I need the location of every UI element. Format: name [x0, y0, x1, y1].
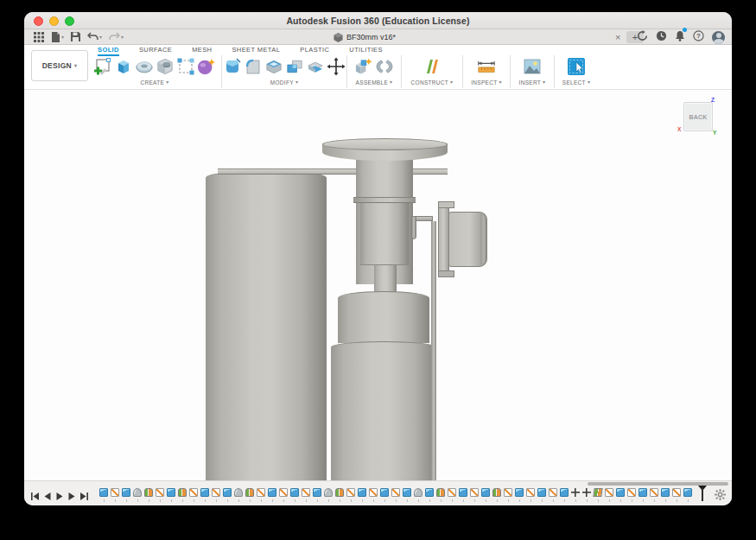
- timeline-feature-sketch[interactable]: [391, 488, 402, 502]
- timeline-feature-sketch[interactable]: [649, 488, 660, 502]
- timeline-feature-move[interactable]: [570, 488, 581, 502]
- timeline-playhead[interactable]: [697, 486, 708, 502]
- timeline-feature-extrude[interactable]: [458, 488, 469, 502]
- timeline-feature-extrude[interactable]: [98, 488, 110, 502]
- timeline-feature-extrude[interactable]: [514, 488, 525, 502]
- timeline-feature-sketch[interactable]: [626, 488, 638, 502]
- file-menu-icon[interactable]: ▾: [49, 30, 66, 44]
- timeline-feature-sketch[interactable]: [469, 488, 480, 502]
- timeline-feature-sketch[interactable]: [278, 488, 289, 502]
- save-icon[interactable]: [69, 30, 82, 44]
- timeline-feature-sketch[interactable]: [548, 488, 559, 502]
- timeline-feature-extrude[interactable]: [559, 488, 570, 502]
- timeline-feature-extrude[interactable]: [660, 488, 671, 502]
- group-construct-label[interactable]: CONSTRUCT▾: [411, 78, 454, 86]
- timeline-feature-extrude[interactable]: [480, 488, 492, 502]
- timeline-feature-extrude[interactable]: [222, 488, 233, 502]
- group-select-label[interactable]: SELECT▾: [562, 78, 590, 86]
- timeline-feature-extrude[interactable]: [638, 488, 649, 502]
- account-avatar[interactable]: [712, 31, 725, 44]
- timeline-feature-sketch[interactable]: [211, 488, 222, 502]
- timeline-feature-extrude[interactable]: [166, 488, 177, 502]
- timeline-feature-sketch[interactable]: [256, 488, 267, 502]
- timeline-feature-fillet[interactable]: [132, 488, 143, 502]
- app-grid-icon[interactable]: [32, 30, 46, 44]
- model-flange-top[interactable]: [322, 138, 448, 150]
- timeline-feature-sketch[interactable]: [188, 488, 200, 502]
- timeline-feature-sketch[interactable]: [301, 488, 312, 502]
- timeline-feature-extrude[interactable]: [121, 488, 132, 502]
- timeline-feature-fillet[interactable]: [413, 488, 424, 502]
- viewport-canvas[interactable]: BACK Z X Y: [24, 90, 732, 480]
- timeline-feature-sketch[interactable]: [447, 488, 458, 502]
- timeline-feature-sketch[interactable]: [671, 488, 683, 502]
- help-icon[interactable]: ?: [693, 29, 704, 45]
- joint-icon[interactable]: [375, 57, 394, 76]
- model-depth-stop-rod[interactable]: [431, 221, 436, 480]
- group-modify-label[interactable]: MODIFY▾: [270, 78, 298, 86]
- redo-icon[interactable]: ▾: [107, 30, 125, 44]
- timeline-feature-extrude[interactable]: [312, 488, 323, 502]
- timeline-feature-joint[interactable]: [143, 488, 155, 502]
- timeline-feature-extrude[interactable]: [402, 488, 413, 502]
- document-tab-close-icon[interactable]: ×: [615, 29, 620, 45]
- recent-data-icon[interactable]: [656, 29, 667, 45]
- press-pull-icon[interactable]: [223, 57, 242, 76]
- timeline-feature-sketch[interactable]: [604, 488, 615, 502]
- timeline-feature-joint[interactable]: [177, 488, 188, 502]
- timeline-feature-joint[interactable]: [492, 488, 503, 502]
- timeline-feature-sketch[interactable]: [368, 488, 379, 502]
- model-shaft[interactable]: [374, 265, 397, 294]
- fillet-icon[interactable]: [244, 57, 263, 76]
- extrude-icon[interactable]: [114, 57, 133, 76]
- timeline-feature-move[interactable]: [581, 488, 593, 502]
- new-component-icon[interactable]: [354, 57, 373, 76]
- go-to-end-button[interactable]: [80, 488, 88, 504]
- undo-icon[interactable]: ▾: [86, 30, 104, 44]
- timeline-feature-extrude[interactable]: [379, 488, 391, 502]
- measure-icon[interactable]: [477, 57, 496, 76]
- group-assemble-label[interactable]: ASSEMBLE▾: [356, 78, 393, 86]
- construction-plane-icon[interactable]: [422, 57, 442, 76]
- document-tab[interactable]: BF30mm v16*: [334, 29, 396, 45]
- view-cube-face-label[interactable]: BACK: [689, 114, 707, 120]
- timeline-feature-extrude[interactable]: [683, 488, 694, 502]
- group-insert-label[interactable]: INSERT▾: [519, 78, 546, 86]
- step-back-button[interactable]: [44, 488, 51, 504]
- select-icon[interactable]: [567, 57, 586, 76]
- timeline-feature-extrude[interactable]: [537, 488, 548, 502]
- timeline-feature-extrude[interactable]: [357, 488, 368, 502]
- play-button[interactable]: [56, 488, 63, 504]
- move-icon[interactable]: [327, 57, 346, 76]
- model-hook-leg[interactable]: [411, 216, 416, 239]
- group-inspect-label[interactable]: INSPECT▾: [471, 78, 502, 86]
- timeline-feature-plane[interactable]: [593, 488, 604, 502]
- workspace-selector[interactable]: DESIGN ▾: [31, 50, 88, 81]
- timeline-feature-extrude[interactable]: [267, 488, 278, 502]
- create-sketch-icon[interactable]: [93, 57, 112, 76]
- step-forward-button[interactable]: [68, 488, 75, 504]
- timeline-settings-gear-icon[interactable]: [715, 488, 726, 504]
- timeline-feature-sketch[interactable]: [525, 488, 537, 502]
- timeline-feature-sketch[interactable]: [346, 488, 357, 502]
- timeline-feature-extrude[interactable]: [615, 488, 626, 502]
- timeline-feature-fillet[interactable]: [233, 488, 245, 502]
- timeline-feature-sketch[interactable]: [155, 488, 166, 502]
- timeline-feature-joint[interactable]: [435, 488, 447, 502]
- group-create-label[interactable]: CREATE▾: [141, 78, 169, 86]
- timeline-feature-extrude[interactable]: [289, 488, 301, 502]
- rectangular-pattern-icon[interactable]: [176, 57, 195, 76]
- create-form-icon[interactable]: [197, 57, 216, 76]
- timeline-feature-joint[interactable]: [245, 488, 256, 502]
- timeline-feature-joint[interactable]: [334, 488, 346, 502]
- insert-image-icon[interactable]: [523, 57, 542, 76]
- model-collar[interactable]: [353, 197, 416, 203]
- notifications-icon[interactable]: [675, 29, 685, 45]
- timeline-feature-fillet[interactable]: [323, 488, 334, 502]
- model-sensor-box[interactable]: [448, 212, 487, 267]
- view-cube[interactable]: BACK: [683, 102, 713, 131]
- model-mid-column[interactable]: [360, 203, 409, 265]
- go-to-start-button[interactable]: [31, 488, 39, 504]
- close-window-button[interactable]: [34, 16, 43, 26]
- offset-face-icon[interactable]: [306, 57, 325, 76]
